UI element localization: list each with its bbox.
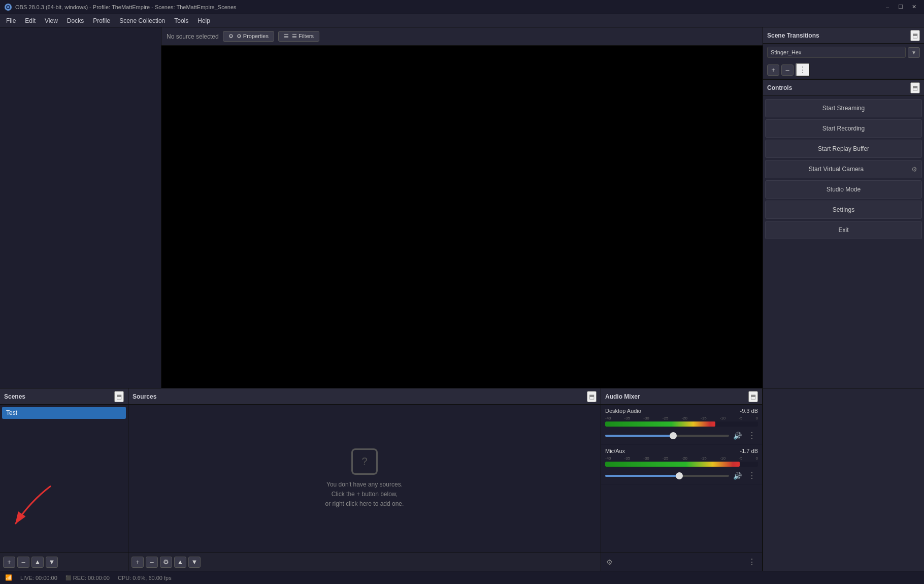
start-streaming-button[interactable]: Start Streaming (765, 99, 922, 117)
scenes-dock-button[interactable]: ⬒ (114, 391, 124, 402)
menu-edit[interactable]: Edit (21, 16, 40, 25)
live-label: LIVE: 00:00:00 (20, 575, 57, 581)
gear-icon: ⚙ (228, 33, 234, 40)
sources-empty-text: You don't have any sources. Click the + … (325, 480, 404, 509)
main-content: No source selected ⚙ ⚙ Properties ☰ ☰ Fi… (0, 27, 924, 388)
menu-profile[interactable]: Profile (89, 16, 114, 25)
scenes-toolbar: + – ▲ ▼ (0, 553, 128, 571)
status-rec: ⬛ REC: 00:00:00 (65, 575, 110, 581)
move-scene-down-button[interactable]: ▼ (46, 557, 58, 568)
menu-help[interactable]: Help (193, 16, 214, 25)
desktop-audio-controls: 🔊 ⋮ (605, 430, 758, 441)
sources-empty-state[interactable]: ? You don't have any sources. Click the … (128, 405, 601, 553)
controls-title: Controls (767, 84, 792, 91)
scenes-panel: Scenes ⬒ Test + – ▲ ▼ (0, 388, 128, 571)
move-scene-up-button[interactable]: ▲ (31, 557, 44, 568)
mic-aux-mute-button[interactable]: 🔊 (732, 471, 743, 481)
desktop-audio-channel: Desktop Audio -9.3 dB -40 -35 -30 -25 -2… (601, 405, 762, 445)
audio-mixer-title: Audio Mixer (605, 393, 640, 400)
start-replay-buffer-button[interactable]: Start Replay Buffer (765, 140, 922, 158)
desktop-audio-more-button[interactable]: ⋮ (746, 430, 758, 441)
mic-aux-channel: Mic/Aux -1.7 dB -40 -35 -30 -25 -20 -15 … (601, 445, 762, 485)
properties-button[interactable]: ⚙ ⚙ Properties (223, 31, 274, 42)
desktop-audio-scale: -40 -35 -30 -25 -20 -15 -10 -5 0 (605, 416, 758, 420)
scenes-panel-header: Scenes ⬒ (0, 388, 128, 405)
move-source-down-button[interactable]: ▼ (188, 557, 201, 568)
virtual-camera-settings-button[interactable]: ⚙ (907, 160, 922, 178)
mic-aux-controls: 🔊 ⋮ (605, 470, 758, 481)
studio-mode-button[interactable]: Studio Mode (765, 180, 922, 199)
add-transition-button[interactable]: + (767, 64, 779, 76)
window-controls: – ☐ ✕ (881, 2, 920, 12)
desktop-audio-meter (605, 421, 758, 427)
menu-file[interactable]: File (2, 16, 20, 25)
filters-button[interactable]: ☰ ☰ Filters (278, 31, 319, 42)
audio-mixer-header: Audio Mixer ⬒ (601, 388, 762, 405)
settings-button[interactable]: Settings (765, 201, 922, 219)
transition-dropdown-button[interactable]: ▼ (908, 47, 920, 58)
desktop-audio-db: -9.3 dB (740, 408, 758, 414)
start-virtual-camera-button[interactable]: Start Virtual Camera (765, 160, 907, 178)
scene-item-test[interactable]: Test (2, 407, 126, 419)
sources-toolbar: + – ⚙ ▲ ▼ (128, 553, 601, 571)
audio-more-button[interactable]: ⋮ (746, 556, 758, 568)
remove-transition-button[interactable]: – (781, 64, 794, 76)
exit-button[interactable]: Exit (765, 221, 922, 239)
add-source-button[interactable]: + (131, 557, 144, 568)
add-scene-button[interactable]: + (3, 557, 15, 568)
menu-tools[interactable]: Tools (170, 16, 192, 25)
bottom-panels: Scenes ⬒ Test + – ▲ ▼ Sources ⬒ ? You do… (0, 388, 924, 571)
desktop-audio-name: Desktop Audio (605, 408, 641, 414)
source-status: No source selected (167, 33, 219, 40)
audio-gear-button[interactable]: ⚙ (605, 557, 614, 567)
menu-scene-collection[interactable]: Scene Collection (115, 16, 169, 25)
mic-aux-name: Mic/Aux (605, 448, 625, 454)
svg-point-2 (7, 6, 9, 8)
filters-icon: ☰ (284, 33, 289, 40)
title-bar: OBS 28.0.3 (64-bit, windows) - Profile: … (0, 0, 924, 14)
audio-mixer-dock-button[interactable]: ⬒ (748, 391, 758, 402)
remove-scene-button[interactable]: – (17, 557, 29, 568)
close-button[interactable]: ✕ (908, 2, 920, 12)
rec-icon: ⬛ (65, 575, 71, 580)
status-bar: 📶 LIVE: 00:00:00 ⬛ REC: 00:00:00 CPU: 0.… (0, 571, 924, 584)
preview-area: No source selected ⚙ ⚙ Properties ☰ ☰ Fi… (161, 27, 763, 388)
sources-panel: Sources ⬒ ? You don't have any sources. … (128, 388, 601, 571)
transitions-panel-header: Scene Transitions ⬒ (763, 27, 924, 44)
cpu-label: CPU: 0.6%, 60.00 fps (118, 575, 172, 581)
mic-aux-fader[interactable] (605, 475, 729, 477)
mic-aux-scale: -40 -35 -30 -25 -20 -15 -10 -5 0 (605, 456, 758, 461)
mic-aux-more-button[interactable]: ⋮ (746, 470, 758, 481)
desktop-audio-mute-button[interactable]: 🔊 (732, 431, 743, 441)
status-live: LIVE: 00:00:00 (20, 575, 57, 581)
menu-docks[interactable]: Docks (63, 16, 88, 25)
sources-title: Sources (133, 393, 156, 400)
start-recording-button[interactable]: Start Recording (765, 119, 922, 138)
mic-aux-db: -1.7 dB (740, 448, 758, 454)
maximize-button[interactable]: ☐ (895, 2, 907, 12)
menu-view[interactable]: View (41, 16, 62, 25)
status-cpu: CPU: 0.6%, 60.00 fps (118, 575, 172, 581)
rec-label: REC: 00:00:00 (73, 575, 110, 581)
controls-dock-button[interactable]: ⬒ (910, 82, 920, 93)
transition-toolbar: + – ⋮ (763, 61, 924, 79)
transition-select[interactable]: Stinger_Hex (767, 47, 906, 58)
remove-source-button[interactable]: – (146, 557, 158, 568)
minimize-button[interactable]: – (881, 2, 894, 12)
scenes-list: Test (0, 405, 128, 553)
window-title: OBS 28.0.3 (64-bit, windows) - Profile: … (15, 4, 237, 10)
sources-dock-button[interactable]: ⬒ (587, 391, 597, 402)
desktop-audio-fader[interactable] (605, 435, 729, 437)
audio-mixer-panel: Audio Mixer ⬒ Desktop Audio -9.3 dB -40 … (601, 388, 763, 571)
source-settings-button[interactable]: ⚙ (160, 557, 172, 568)
move-source-up-button[interactable]: ▲ (174, 557, 186, 568)
controls-header: Controls ⬒ (763, 80, 924, 96)
audio-footer: ⚙ ⋮ (601, 553, 762, 571)
transitions-dock-button[interactable]: ⬒ (910, 30, 920, 41)
transitions-panel-title: Scene Transitions (767, 32, 819, 39)
sources-empty-icon: ? (351, 448, 378, 475)
transition-more-button[interactable]: ⋮ (796, 63, 810, 77)
preview-canvas (161, 46, 763, 388)
right-panel: Scene Transitions ⬒ Stinger_Hex ▼ + – ⋮ … (763, 27, 924, 388)
mic-aux-bar (605, 462, 740, 467)
